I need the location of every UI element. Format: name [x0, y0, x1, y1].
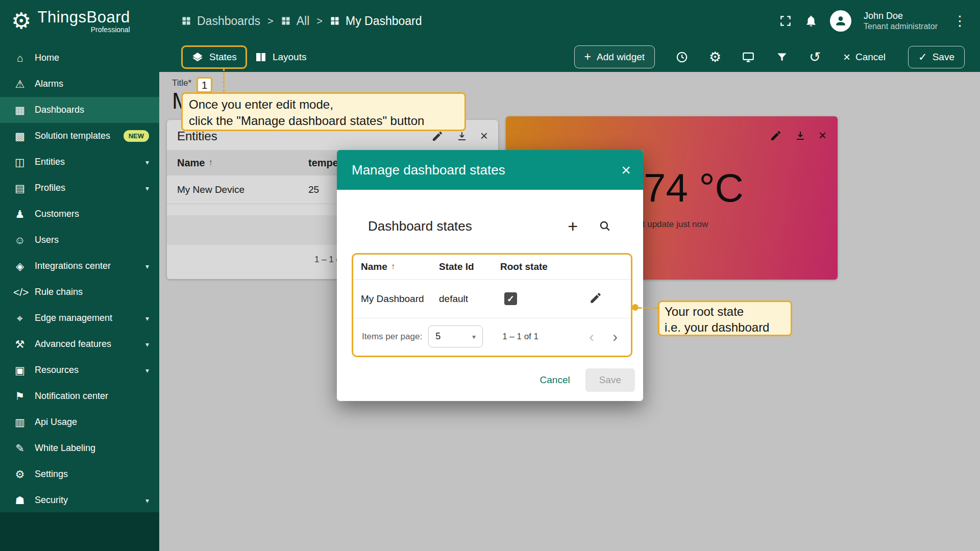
add-state-button[interactable]: + [568, 217, 578, 235]
prev-page-button[interactable]: ‹ [589, 328, 594, 345]
sidebar-item-label: Customers [35, 209, 149, 219]
add-widget-button[interactable]: + Add widget [574, 45, 655, 68]
edit-state-button[interactable] [589, 291, 602, 306]
sidebar-item-alarms[interactable]: ⚠Alarms [0, 71, 159, 97]
breadcrumb-item-my-dashboard[interactable]: My Dashboard [330, 14, 422, 28]
sidebar-item-label: White Labeling [35, 443, 149, 454]
sidebar-item-label: Advanced features [35, 339, 137, 349]
chevron-right-icon: › [612, 328, 618, 345]
alarms-warning-icon: ⚠ [13, 78, 27, 90]
manage-states-button[interactable]: States [181, 45, 247, 69]
check-icon: ✓ [918, 52, 927, 62]
cancel-edit-button[interactable]: × Cancel [841, 46, 888, 68]
logo-title: ThingsBoard [37, 8, 130, 27]
sidebar-item-notification-center[interactable]: ⚑Notification center [0, 383, 159, 409]
pencil-icon [589, 291, 602, 305]
manage-layouts-button[interactable]: Layouts [247, 46, 314, 68]
dashboard-settings-button[interactable]: ⚙ [709, 49, 721, 65]
sidebar-item-api-usage[interactable]: ▥Api Usage [0, 409, 159, 435]
sidebar-item-solution-templates[interactable]: ▩Solution templatesNEW [0, 123, 159, 149]
customers-icon: ♟ [13, 208, 27, 220]
sidebar-item-entities[interactable]: ◫Entities▾ [0, 149, 159, 175]
logo-subtitle: Professional [91, 26, 130, 34]
sidebar-item-profiles[interactable]: ▤Profiles▾ [0, 175, 159, 201]
items-per-page-value: 5 [435, 331, 440, 342]
more-menu-button[interactable]: ⋮ [950, 13, 970, 29]
chevron-down-icon: ▾ [145, 366, 149, 374]
notifications-button[interactable] [804, 14, 818, 28]
home-icon: ⌂ [13, 52, 27, 64]
chevron-down-icon: ▾ [145, 496, 149, 505]
kebab-icon: ⋮ [953, 13, 967, 29]
breadcrumb-item-all[interactable]: All [281, 14, 310, 28]
states-table-header: Name ↑ State Id Root state [353, 255, 631, 279]
notification-center-flag-icon: ⚑ [13, 390, 27, 403]
aliases-button[interactable] [742, 51, 755, 64]
avatar[interactable] [830, 10, 851, 32]
root-state-checkbox[interactable]: ✓ [504, 292, 517, 305]
sidebar-item-home[interactable]: ⌂Home [0, 45, 159, 71]
pagination-range: 1 – 1 of 1 [502, 332, 538, 342]
close-icon: × [843, 51, 850, 63]
sidebar-item-settings[interactable]: ⚙Settings [0, 461, 159, 487]
column-header-root-state[interactable]: Root state [500, 261, 548, 272]
modal-save-button[interactable]: Save [585, 368, 635, 392]
search-button[interactable] [598, 219, 611, 233]
sidebar-item-dashboards[interactable]: ▦Dashboards [0, 97, 159, 123]
version-control-button[interactable]: ↺ [809, 49, 821, 65]
close-button[interactable]: × [621, 162, 631, 178]
dashboards-grid-icon [330, 16, 340, 26]
pager: ‹ › [589, 328, 618, 345]
edge-management-icon: ⌖ [13, 312, 27, 324]
sidebar-item-integrations-center[interactable]: ◈Integrations center▾ [0, 253, 159, 279]
sidebar-footer [0, 512, 159, 551]
chevron-down-icon: ▾ [145, 314, 149, 322]
advanced-features-tools-icon: ⚒ [13, 338, 27, 350]
top-header: Dashboards > All > My Dashboard [159, 0, 980, 42]
sidebar-item-rule-chains[interactable]: </>Rule chains [0, 279, 159, 305]
states-button-label: States [209, 52, 237, 63]
table-row[interactable]: My Dashboard default ✓ [353, 279, 631, 318]
dialog-title: Manage dashboard states [352, 162, 505, 178]
dashboards-grid-icon [181, 16, 191, 26]
sidebar-item-white-labeling[interactable]: ✎White Labeling [0, 435, 159, 461]
sidebar-item-edge-management[interactable]: ⌖Edge management▾ [0, 305, 159, 331]
next-page-button[interactable]: › [612, 328, 618, 345]
fullscreen-button[interactable] [779, 14, 792, 28]
sidebar-item-users[interactable]: ☺Users [0, 227, 159, 253]
breadcrumb-item-dashboards[interactable]: Dashboards [181, 14, 260, 28]
save-dashboard-button[interactable]: ✓ Save [908, 46, 965, 68]
dashboard-edit-toolbar: States Layouts + Add widget ⚙ [159, 42, 980, 72]
app-logo[interactable]: ⚙ ThingsBoard Professional [0, 0, 159, 42]
modal-cancel-button[interactable]: Cancel [537, 369, 573, 391]
security-shield-icon: ☗ [13, 494, 27, 507]
sidebar-item-label: Entities [35, 157, 137, 167]
history-icon: ↺ [809, 49, 821, 65]
filters-button[interactable] [775, 51, 789, 64]
column-header-state-id[interactable]: State Id [439, 261, 500, 272]
plus-icon: + [584, 51, 591, 63]
close-icon: × [621, 161, 631, 179]
sidebar-item-advanced-features[interactable]: ⚒Advanced features▾ [0, 331, 159, 357]
sort-asc-icon: ↑ [391, 262, 396, 272]
layers-icon [191, 51, 204, 63]
column-header-name[interactable]: Name ↑ [361, 261, 439, 272]
dashboard-states-title: Dashboard states [368, 218, 472, 234]
sidebar-item-customers[interactable]: ♟Customers [0, 201, 159, 227]
sidebar-item-label: Profiles [35, 183, 137, 193]
sidebar-item-resources[interactable]: ▣Resources▾ [0, 357, 159, 383]
api-usage-chart-icon: ▥ [13, 416, 27, 429]
items-per-page-select[interactable]: 5 ▾ [428, 325, 483, 347]
sidebar-item-security[interactable]: ☗Security▾ [0, 487, 159, 513]
bell-icon [804, 14, 818, 28]
save-dashboard-label: Save [933, 52, 954, 63]
sidebar-item-label: Home [35, 53, 149, 63]
cell-state-name: My Dashboard [361, 293, 439, 305]
dialog-header: Manage dashboard states × [337, 150, 643, 190]
breadcrumb-label: My Dashboard [346, 14, 422, 28]
solution-templates-icon: ▩ [13, 130, 27, 142]
items-per-page-label: Items per page: [362, 332, 422, 342]
timewindow-button[interactable] [675, 51, 689, 64]
white-labeling-icon: ✎ [13, 442, 27, 455]
chevron-down-icon: ▾ [145, 158, 149, 166]
